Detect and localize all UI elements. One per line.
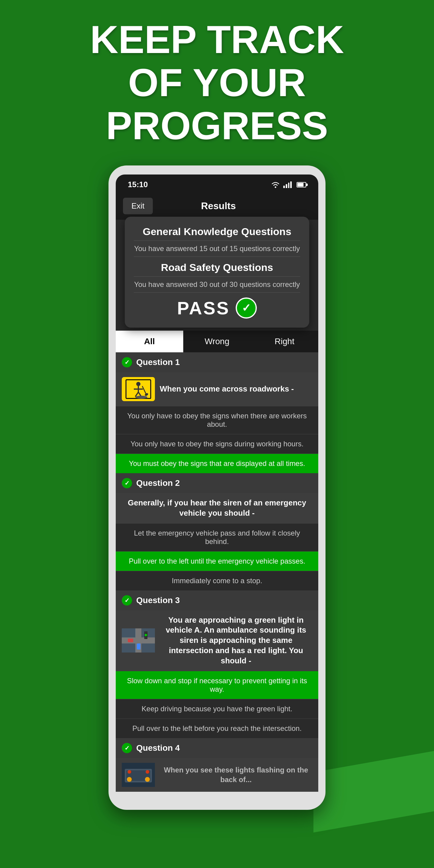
q2-checkmark: ✓ bbox=[122, 478, 132, 488]
q4-body: When you see these lights flashing on th… bbox=[116, 758, 318, 792]
svg-point-0 bbox=[275, 186, 276, 188]
pass-label: PASS bbox=[177, 298, 230, 318]
svg-point-23 bbox=[127, 777, 132, 782]
question-2-header: ✓ Question 2 bbox=[116, 473, 318, 493]
q1-answer-1: You only have to obey the signs when the… bbox=[116, 406, 318, 434]
svg-point-26 bbox=[146, 770, 149, 774]
roadworks-sign-icon bbox=[125, 378, 152, 400]
q3-question-text: You are approaching a green light in veh… bbox=[160, 615, 312, 666]
q1-body: When you come across roadworks - bbox=[116, 372, 318, 406]
hero-title: KEEP TRACK OF YOUR PROGRESS bbox=[12, 18, 422, 147]
q3-checkmark: ✓ bbox=[122, 595, 132, 606]
status-bar: 15:10 bbox=[116, 175, 318, 192]
q4-checkmark: ✓ bbox=[122, 743, 132, 753]
q2-answer-1: Let the emergency vehicle pass and follo… bbox=[116, 523, 318, 551]
q2-answer-2: Pull over to the left until the emergenc… bbox=[116, 551, 318, 571]
question-1: ✓ Question 1 bbox=[116, 352, 318, 473]
rs-title: Road Safety Questions bbox=[134, 261, 300, 273]
q4-image bbox=[122, 763, 155, 787]
hero-section: KEEP TRACK OF YOUR PROGRESS 15:10 bbox=[0, 0, 434, 810]
svg-point-10 bbox=[135, 396, 147, 399]
q3-title: Question 3 bbox=[136, 595, 180, 605]
phone-device: 15:10 bbox=[108, 165, 326, 810]
status-icons bbox=[271, 181, 306, 188]
clock: 15:10 bbox=[128, 180, 148, 189]
hero-line2: OF YOUR PROGRESS bbox=[106, 61, 328, 148]
wifi-icon bbox=[271, 181, 280, 188]
svg-point-17 bbox=[145, 636, 147, 639]
questions-list: ✓ Question 1 bbox=[116, 352, 318, 792]
svg-point-25 bbox=[127, 770, 131, 774]
svg-rect-13 bbox=[122, 638, 155, 644]
svg-point-24 bbox=[145, 777, 150, 782]
q1-answer-3: You must obey the signs that are display… bbox=[116, 454, 318, 473]
svg-point-3 bbox=[136, 382, 141, 386]
svg-point-16 bbox=[145, 634, 147, 636]
q2-body: Generally, if you hear the siren of an e… bbox=[116, 493, 318, 523]
q3-image bbox=[122, 628, 155, 652]
pass-row: PASS ✓ bbox=[134, 298, 300, 318]
phone-chin bbox=[116, 792, 318, 801]
rs-subtitle: You have answered 30 out of 30 questions… bbox=[134, 276, 300, 293]
exit-button[interactable]: Exit bbox=[123, 198, 153, 214]
tab-all[interactable]: All bbox=[116, 331, 183, 352]
question-2: ✓ Question 2 Generally, if you hear the … bbox=[116, 473, 318, 590]
phone-wrapper: 15:10 bbox=[12, 165, 422, 810]
q3-answer-3: Pull over to the left before you reach t… bbox=[116, 718, 318, 738]
question-4-header: ✓ Question 4 bbox=[116, 738, 318, 758]
gk-title: General Knowledge Questions bbox=[134, 226, 300, 238]
q1-question-text: When you come across roadworks - bbox=[160, 384, 294, 394]
app-header: Exit Results bbox=[116, 192, 318, 220]
gk-subtitle: You have answered 15 out of 15 questions… bbox=[134, 241, 300, 257]
q1-title: Question 1 bbox=[136, 358, 180, 367]
q2-question-text: Generally, if you hear the siren of an e… bbox=[122, 498, 312, 518]
tab-wrong[interactable]: Wrong bbox=[183, 331, 251, 352]
q1-image bbox=[122, 377, 155, 401]
phone-screen: Exit Results General Knowledge Questions… bbox=[116, 192, 318, 792]
q4-question-text: When you see these lights flashing on th… bbox=[160, 765, 312, 784]
screen-title: Results bbox=[201, 200, 236, 212]
intersection-icon bbox=[122, 628, 155, 652]
q3-answer-2: Keep driving because you have the green … bbox=[116, 699, 318, 718]
battery-icon bbox=[297, 182, 306, 187]
filter-tabs: All Wrong Right bbox=[116, 331, 318, 352]
q3-answer-1: Slow down and stop if necessary to preve… bbox=[116, 671, 318, 699]
signal-icon bbox=[283, 181, 292, 188]
q3-body: You are approaching a green light in veh… bbox=[116, 610, 318, 671]
hero-line1: KEEP TRACK bbox=[90, 18, 344, 61]
question-1-header: ✓ Question 1 bbox=[116, 352, 318, 372]
q1-answer-2: You only have to obey the signs during w… bbox=[116, 434, 318, 454]
tab-right[interactable]: Right bbox=[251, 331, 318, 352]
q1-checkmark: ✓ bbox=[122, 357, 132, 367]
svg-rect-18 bbox=[137, 644, 141, 650]
question-3-header: ✓ Question 3 bbox=[116, 590, 318, 610]
q2-answer-3: Immediately come to a stop. bbox=[116, 571, 318, 590]
svg-point-15 bbox=[145, 631, 147, 634]
vehicle-lights-icon bbox=[122, 763, 155, 787]
q4-title: Question 4 bbox=[136, 743, 180, 753]
svg-rect-19 bbox=[128, 639, 133, 642]
question-3: ✓ Question 3 bbox=[116, 590, 318, 738]
q2-title: Question 2 bbox=[136, 478, 180, 488]
pass-checkmark: ✓ bbox=[236, 298, 257, 318]
results-card: General Knowledge Questions You have ans… bbox=[125, 217, 309, 328]
question-4: ✓ Question 4 bbox=[116, 738, 318, 792]
